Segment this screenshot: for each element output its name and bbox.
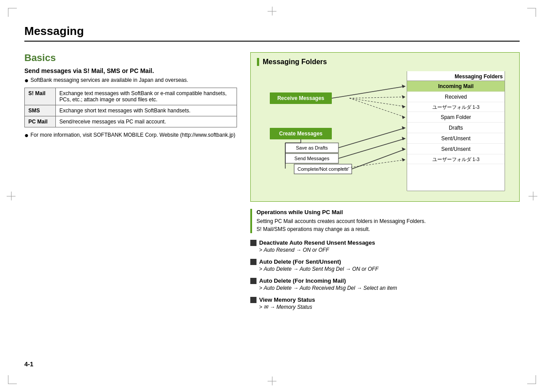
feature-block-1: Auto Delete (For Sent/Unsent) > Auto Del…	[250, 258, 520, 272]
operations-title: Operations while Using PC Mail	[256, 209, 520, 215]
corner-mark-bl	[8, 375, 17, 384]
feature-block-0: Deactivate Auto Resend Unsent Messages >…	[250, 239, 520, 253]
service-name: SMS	[25, 105, 56, 116]
messaging-folders-title: Messaging Folders	[257, 58, 513, 66]
feature-path-1: > Auto Delete → Auto Sent Msg Del → ON o…	[259, 266, 520, 272]
svg-line-33	[350, 97, 405, 98]
svg-text:Sent/Unsent: Sent/Unsent	[441, 146, 471, 152]
svg-rect-1	[407, 71, 505, 81]
svg-text:Spam Folder: Spam Folder	[441, 114, 471, 120]
svg-rect-45	[294, 164, 352, 174]
svg-marker-55	[402, 137, 405, 140]
features-container: Deactivate Auto Resend Unsent Messages >…	[250, 239, 520, 310]
diagram-svg: Messaging Folders Incoming Mail Received…	[257, 71, 513, 195]
svg-rect-43	[285, 154, 338, 163]
service-description: Send/receive messages via PC mail accoun…	[56, 116, 237, 127]
service-row: PC MailSend/receive messages via PC mail…	[25, 116, 237, 127]
right-column: Messaging Folders Messaging Folders Inco…	[250, 52, 520, 315]
feature-square-0	[250, 240, 256, 246]
svg-marker-32	[402, 85, 405, 88]
svg-line-54	[338, 138, 405, 158]
service-description: Exchange short text messages with SoftBa…	[56, 105, 237, 116]
diagram-container: Messaging Folders Incoming Mail Received…	[257, 71, 513, 195]
svg-rect-10	[407, 102, 505, 112]
svg-text:ユーザーフォルダ 1-3: ユーザーフォルダ 1-3	[432, 104, 480, 110]
svg-marker-57	[402, 147, 405, 151]
corner-mark-br	[527, 375, 536, 384]
svg-rect-0	[407, 71, 505, 191]
svg-text:Incoming Mail: Incoming Mail	[438, 83, 474, 89]
svg-rect-25	[407, 154, 505, 164]
operations-section: Operations while Using PC Mail Setting P…	[250, 209, 520, 233]
svg-text:Drafts: Drafts	[449, 125, 463, 131]
service-description: Exchange text messages with SoftBank or …	[56, 88, 237, 105]
svg-rect-29	[270, 92, 332, 104]
svg-rect-41	[285, 143, 338, 153]
feature-square-2	[250, 278, 256, 284]
bullet-dot: ●	[24, 77, 29, 84]
feature-header: Deactivate Auto Resend Unsent Messages	[250, 239, 520, 246]
service-name: PC Mail	[25, 116, 56, 127]
svg-line-37	[350, 98, 405, 117]
svg-rect-39	[270, 128, 332, 139]
svg-text:Save as Drafts: Save as Drafts	[296, 145, 328, 150]
feature-square-1	[250, 259, 256, 265]
svg-line-52	[338, 128, 405, 148]
svg-text:Send Messages: Send Messages	[295, 156, 330, 161]
svg-rect-16	[407, 123, 505, 133]
basics-subtitle: Send messages via S! Mail, SMS or PC Mai…	[24, 67, 237, 74]
corner-mark-tr	[527, 8, 536, 17]
feature-block-3: View Memory Status > ✉ → Memory Status	[250, 296, 520, 310]
basics-title: Basics	[24, 52, 237, 64]
service-row: S! MailExchange text messages with SoftB…	[25, 88, 237, 105]
left-column: Basics Send messages via S! Mail, SMS or…	[24, 52, 237, 139]
svg-text:Received: Received	[445, 94, 467, 100]
svg-rect-7	[407, 92, 505, 102]
crosshair-right	[528, 192, 537, 200]
feature-path-2: > Auto Delete → Auto Received Msg Del → …	[259, 285, 520, 291]
service-table: S! MailExchange text messages with SoftB…	[24, 88, 237, 127]
svg-rect-22	[407, 144, 505, 154]
note-bullet: ●	[24, 132, 29, 139]
svg-line-35	[350, 98, 405, 107]
page-number: 4-1	[24, 361, 33, 368]
crosshair-bottom	[268, 377, 276, 385]
svg-marker-36	[402, 105, 405, 108]
feature-title-0: Deactivate Auto Resend Unsent Messages	[259, 239, 375, 246]
svg-rect-4	[407, 81, 505, 92]
operations-text2: S! Mail/SMS operations may change as a r…	[256, 225, 520, 233]
svg-text:Complete/Not complete: Complete/Not complete	[298, 166, 349, 172]
messaging-folders-box: Messaging Folders Messaging Folders Inco…	[250, 52, 520, 202]
service-name: S! Mail	[25, 88, 56, 105]
svg-text:Messaging Folders: Messaging Folders	[455, 73, 503, 80]
svg-text:Create Messages: Create Messages	[279, 131, 323, 137]
page-title: Messaging	[24, 24, 520, 42]
service-row: SMSExchange short text messages with Sof…	[25, 105, 237, 116]
svg-text:Receive Messages: Receive Messages	[277, 95, 324, 101]
feature-block-2: Auto Delete (For Incoming Mail) > Auto D…	[250, 277, 520, 291]
feature-path-3: > ✉ → Memory Status	[259, 304, 520, 310]
svg-marker-34	[402, 95, 405, 99]
svg-marker-53	[402, 126, 405, 130]
feature-header: Auto Delete (For Sent/Unsent)	[250, 258, 520, 265]
operations-text1: Setting PC Mail accounts creates account…	[256, 217, 520, 225]
crosshair-left	[7, 192, 16, 200]
feature-title-2: Auto Delete (For Incoming Mail)	[259, 277, 346, 284]
svg-text:ユーザーフォルダ 1-3: ユーザーフォルダ 1-3	[432, 157, 480, 162]
svg-text:Sent/Unsent: Sent/Unsent	[441, 135, 471, 142]
feature-title-3: View Memory Status	[259, 296, 315, 303]
svg-line-31	[332, 86, 405, 98]
feature-path-0: > Auto Resend → ON or OFF	[259, 247, 520, 253]
basics-note: ● For more information, visit SOFTBANK M…	[24, 132, 237, 139]
svg-line-58	[338, 160, 405, 169]
svg-rect-13	[407, 112, 505, 123]
svg-marker-59	[402, 158, 405, 161]
svg-rect-28	[407, 164, 505, 191]
feature-title-1: Auto Delete (For Sent/Unsent)	[259, 258, 341, 265]
svg-line-56	[352, 149, 405, 169]
svg-marker-38	[402, 115, 405, 119]
corner-mark-tl	[8, 8, 17, 17]
crosshair-top	[268, 7, 276, 15]
feature-header: View Memory Status	[250, 296, 520, 303]
svg-rect-19	[407, 133, 505, 144]
